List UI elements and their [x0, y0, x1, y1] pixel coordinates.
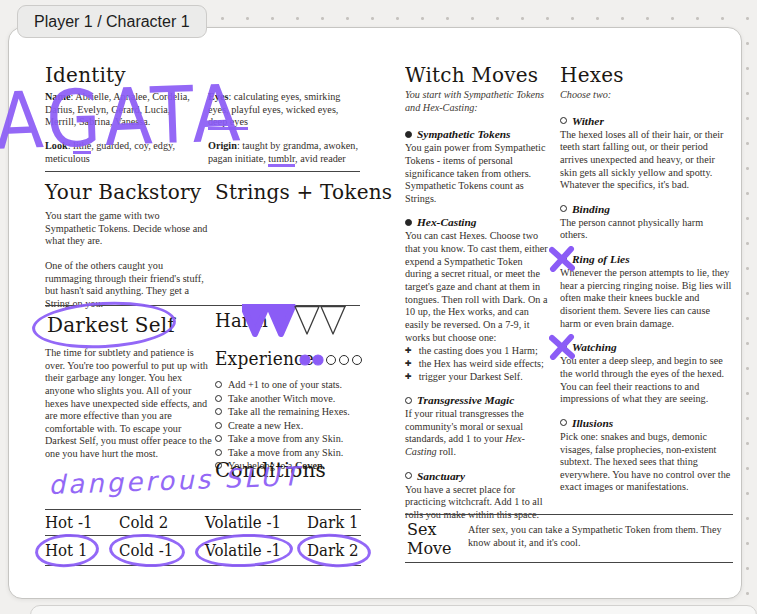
experience-dot[interactable]: [326, 355, 336, 365]
plus-bullet-icon: ✚: [405, 358, 412, 370]
advancement-item[interactable]: Create a new Hex.: [215, 420, 367, 432]
experience-track: [300, 355, 362, 365]
hex-checkbox-icon[interactable]: [560, 205, 567, 212]
advancement-item[interactable]: Take a move from any Skin.: [215, 433, 367, 445]
harm-box[interactable]: [243, 307, 267, 335]
player-character-tab[interactable]: Player 1 / Character 1: [17, 5, 207, 38]
choice-item: ✚trigger your Darkest Self.: [405, 371, 551, 384]
witch-moves-section: Witch Moves You start with Sympathetic T…: [405, 62, 551, 522]
move-sympathetic-tokens: Sympathetic Tokens You gain power from S…: [405, 128, 551, 205]
checkbox-circle-icon: [215, 408, 222, 415]
checkbox-circle-icon: [215, 449, 222, 456]
stat-volatile-current[interactable]: Volatile -1: [205, 542, 307, 560]
move-checkbox-icon[interactable]: [405, 397, 412, 404]
advancement-item[interactable]: Add +1 to one of your stats.: [215, 379, 367, 391]
move-transgressive-magic: Transgressive Magic If your ritual trans…: [405, 394, 551, 459]
hex-binding: Binding The person cannot physically har…: [560, 203, 732, 242]
divider: [45, 171, 360, 172]
hexes-subtitle: Choose two:: [560, 89, 732, 102]
hexes-section: Hexes Choose two: Wither The hexed loses…: [560, 62, 732, 494]
stat-dark-printed: Dark 1: [307, 514, 361, 532]
harm-triangles: [243, 307, 345, 335]
stat-dark-current[interactable]: Dark 2: [307, 542, 361, 560]
handwritten-name-annotation: AGATA: [0, 67, 246, 167]
hex-illusions: Illusions Pick one: snakes and bugs, dem…: [560, 417, 732, 494]
backstory-paragraph: You start the game with two Sympathetic …: [45, 210, 209, 248]
hex-wither: Wither The hexed loses all of their hair…: [560, 115, 732, 192]
stats-current-row: Hot 1 Cold -1 Volatile -1 Dark 2: [45, 536, 361, 565]
harm-box[interactable]: [295, 307, 319, 335]
divider: [405, 562, 733, 563]
harm-box[interactable]: [321, 307, 345, 335]
stat-hot-printed: Hot -1: [45, 514, 119, 532]
divider: [45, 565, 361, 566]
choice-item: ✚the Hex has weird side effects;: [405, 358, 551, 371]
checkbox-circle-icon: [215, 435, 222, 442]
backstory-body: You start the game with two Sympathetic …: [45, 210, 209, 310]
x-mark-annotation: [549, 246, 575, 272]
checkbox-circle-icon: [215, 422, 222, 429]
checkbox-circle-icon: [215, 381, 222, 388]
backstory-title: Your Backstory: [45, 179, 201, 204]
hex-casting-choices: ✚the casting does you 1 Harm; ✚the Hex h…: [405, 345, 551, 383]
sex-move-title: Sex Move: [407, 520, 452, 558]
hex-checkbox-icon[interactable]: [560, 419, 567, 426]
experience-dot[interactable]: [352, 355, 362, 365]
stats-printed-row: Hot -1 Cold 2 Volatile -1 Dark 1: [45, 510, 361, 535]
hex-watching: Watching You enter a deep sleep, and beg…: [560, 341, 732, 406]
harm-box[interactable]: [269, 307, 293, 335]
app-canvas: { "tab": { "label": "Player 1 / Characte…: [0, 0, 757, 614]
stat-hot-current[interactable]: Hot 1: [45, 542, 119, 560]
move-bullet-icon[interactable]: [405, 131, 412, 138]
hex-checkbox-icon[interactable]: [560, 117, 567, 124]
stat-cold-current[interactable]: Cold -1: [119, 542, 205, 560]
move-hex-casting: Hex-Casting You can cast Hexes. Choose t…: [405, 216, 551, 383]
advancement-item[interactable]: Take another Witch move.: [215, 393, 367, 405]
experience-dot[interactable]: [299, 354, 310, 365]
experience-dot[interactable]: [312, 354, 323, 365]
stat-volatile-printed: Volatile -1: [205, 514, 307, 532]
strings-tokens-title: Strings + Tokens: [215, 179, 392, 204]
hexes-title: Hexes: [560, 62, 732, 87]
darkest-self-body: The time for subtlety and patience is ov…: [45, 347, 212, 461]
experience-dot[interactable]: [339, 355, 349, 365]
move-bullet-icon[interactable]: [405, 219, 412, 226]
divider: [405, 514, 733, 515]
x-mark-annotation: [549, 334, 575, 360]
stat-cold-printed: Cold 2: [119, 514, 205, 532]
checkbox-circle-icon: [215, 395, 222, 402]
advancement-item[interactable]: Take all the remaining Hexes.: [215, 406, 367, 418]
tab-label: Player 1 / Character 1: [34, 13, 190, 31]
hex-ring-of-lies: Ring of Lies Whenever the person attempt…: [560, 253, 732, 330]
choice-item: ✚the casting does you 1 Harm;: [405, 345, 551, 358]
harm-track: [242, 304, 346, 338]
witch-moves-subtitle: You start with Sympathetic Tokens and He…: [405, 89, 551, 114]
move-checkbox-icon[interactable]: [405, 472, 412, 479]
stats-block: Hot -1 Cold 2 Volatile -1 Dark 1 Hot 1 C…: [45, 509, 361, 566]
witch-moves-title: Witch Moves: [405, 62, 551, 87]
origin-marker-underline: tumblr: [268, 153, 295, 167]
sex-move-body: After sex, you can take a Sympathetic To…: [468, 524, 726, 549]
plus-bullet-icon: ✚: [405, 345, 412, 357]
plus-bullet-icon: ✚: [405, 371, 412, 383]
